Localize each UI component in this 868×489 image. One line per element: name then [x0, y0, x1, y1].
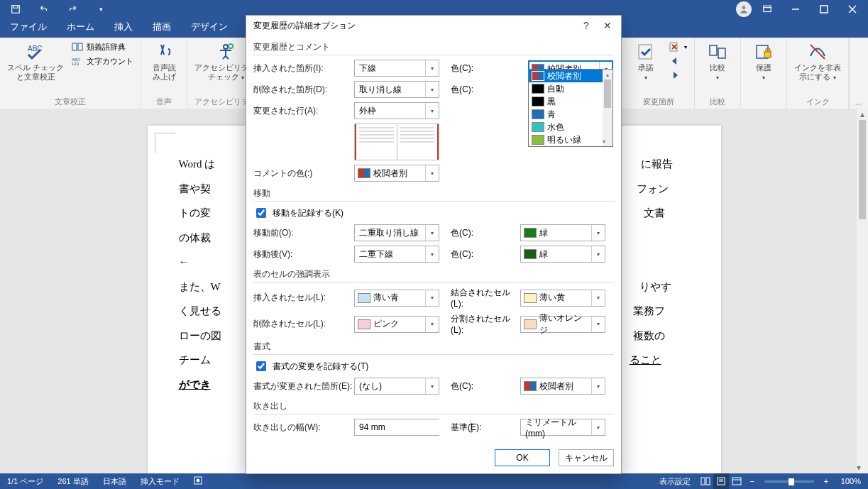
chevron-down-icon: ▾: [716, 75, 719, 81]
deleted-cells-label: 削除されたセル(L):: [253, 318, 354, 330]
svg-point-1: [742, 6, 746, 9]
formatting-label: 書式が変更された箇所(E):: [253, 380, 354, 392]
merged-cells-combo[interactable]: 薄い黄▾: [520, 290, 605, 307]
read-aloud-button[interactable]: 音声読 み上げ: [147, 40, 181, 83]
changed-lines-combo[interactable]: 外枠▾: [354, 102, 439, 119]
chevron-down-icon: ▾: [241, 75, 244, 81]
compare-button[interactable]: 比較▾: [701, 40, 735, 83]
scroll-down-button[interactable]: ▾: [857, 462, 861, 473]
window-maximize-button[interactable]: [811, 0, 837, 18]
split-cells-combo[interactable]: 薄いオレンジ▾: [520, 316, 605, 333]
next-change-button[interactable]: [667, 69, 688, 82]
svg-rect-17: [718, 48, 725, 58]
thesaurus-button[interactable]: 類義語辞典: [70, 40, 135, 53]
changed-lines-label: 変更された行(A):: [253, 105, 354, 117]
moved-to-color-combo[interactable]: 緑▾: [520, 246, 605, 263]
chevron-down-icon: ▾: [591, 317, 605, 332]
insertions-color-label: 色(C):: [451, 62, 520, 75]
changed-lines-preview: [354, 123, 439, 160]
user-avatar[interactable]: [736, 1, 752, 17]
track-formatting-checkbox[interactable]: 書式の変更を記録する(T): [253, 359, 614, 373]
insertions-color-dropdown[interactable]: 校閲者別 自動 黒 青 水色 明るい緑 ▴ ▾: [528, 69, 613, 147]
spelling-button[interactable]: ABC スペル チェック と文章校正: [6, 40, 65, 83]
tab-home[interactable]: ホーム: [57, 16, 104, 38]
dropdown-item-aqua[interactable]: 水色: [529, 121, 612, 133]
comment-color-combo[interactable]: 校閲者別▾: [354, 165, 439, 182]
dropdown-item-black[interactable]: 黒: [529, 95, 612, 108]
group-changes: 変更箇所: [629, 97, 688, 107]
undo-button[interactable]: [31, 0, 57, 18]
scroll-thumb[interactable]: [859, 120, 866, 219]
status-word-count[interactable]: 261 単語: [50, 476, 95, 487]
tab-insert[interactable]: 挿入: [104, 16, 143, 38]
status-macro-icon[interactable]: [187, 476, 209, 486]
deletions-combo[interactable]: 取り消し線▾: [354, 81, 439, 98]
svg-rect-4: [820, 6, 828, 13]
svg-rect-2: [764, 6, 771, 11]
cancel-button[interactable]: キャンセル: [559, 449, 614, 466]
chevron-down-icon: ▾: [591, 225, 605, 241]
formatting-combo[interactable]: (なし)▾: [354, 378, 439, 395]
moved-from-color-combo[interactable]: 緑▾: [520, 224, 605, 241]
dropdown-scrollbar[interactable]: ▴ ▾: [603, 70, 612, 146]
deleted-cells-combo[interactable]: ピンク▾: [354, 316, 439, 333]
section-moves: 移動: [253, 187, 614, 202]
dropdown-item-blue[interactable]: 青: [529, 108, 612, 121]
window-minimize-button[interactable]: [783, 0, 808, 18]
svg-rect-19: [764, 52, 771, 57]
balloon-width-spinner[interactable]: ▴▾: [354, 419, 439, 436]
moved-to-label: 移動後(V):: [253, 248, 354, 260]
accept-button[interactable]: 承諾▾: [629, 40, 663, 83]
inserted-cells-combo[interactable]: 薄い青▾: [354, 290, 439, 307]
insertions-label: 挿入された箇所(I):: [253, 62, 354, 75]
ok-button[interactable]: OK: [495, 449, 550, 466]
group-proofing: 文章校正: [6, 97, 135, 107]
tab-design[interactable]: デザイン: [181, 16, 238, 38]
view-read-mode[interactable]: [698, 473, 713, 489]
svg-rect-0: [12, 5, 20, 13]
view-web-layout[interactable]: [729, 473, 745, 489]
qat-customize-button[interactable]: ▾: [88, 0, 114, 18]
scroll-thumb[interactable]: [604, 79, 611, 108]
zoom-out-button[interactable]: −: [745, 473, 760, 489]
tab-draw[interactable]: 描画: [143, 16, 181, 38]
status-insert-mode[interactable]: 挿入モード: [133, 476, 187, 487]
dropdown-item-byreviewer[interactable]: 校閲者別: [529, 70, 612, 82]
dropdown-item-bright-green[interactable]: 明るい緑: [529, 133, 612, 146]
dropdown-item-auto[interactable]: 自動: [529, 82, 612, 95]
status-page[interactable]: 1/1 ページ: [0, 476, 50, 487]
zoom-in-button[interactable]: +: [818, 473, 834, 489]
hide-ink-button[interactable]: インクを非表 示にする ▾: [793, 40, 842, 83]
redo-button[interactable]: [60, 0, 85, 18]
previous-change-button[interactable]: [667, 55, 688, 67]
chevron-down-icon: ▾: [644, 75, 647, 81]
vertical-scrollbar[interactable]: ▴ ▾: [857, 109, 868, 473]
autosave-icon[interactable]: [3, 0, 28, 18]
view-print-layout[interactable]: [713, 473, 729, 489]
chevron-down-icon: ▾: [425, 290, 439, 306]
dialog-help-button[interactable]: ?: [576, 16, 597, 35]
chevron-down-icon: ▾: [425, 317, 439, 332]
zoom-level[interactable]: 100%: [834, 477, 868, 485]
moved-to-combo[interactable]: 二重下線▾: [354, 246, 439, 263]
measure-in-combo[interactable]: ミリメートル (mm)▾: [520, 419, 605, 436]
scroll-down-button[interactable]: ▾: [603, 136, 605, 146]
track-moves-checkbox[interactable]: 移動を記録する(K): [253, 206, 614, 220]
reject-button[interactable]: ▾: [667, 40, 688, 53]
word-count-button[interactable]: ABC123文字カウント: [70, 55, 135, 67]
svg-rect-9: [78, 43, 82, 50]
insertions-combo[interactable]: 下線▾: [354, 60, 439, 77]
collapse-ribbon-button[interactable]: ︿: [849, 38, 868, 109]
formatting-color-combo[interactable]: 校閲者別▾: [520, 378, 605, 395]
dialog-close-button[interactable]: ✕: [597, 16, 618, 35]
ribbon-display-button[interactable]: [754, 0, 780, 18]
zoom-slider[interactable]: [764, 480, 814, 483]
window-close-button[interactable]: [840, 0, 865, 18]
scroll-up-button[interactable]: ▴: [603, 70, 612, 79]
protect-button[interactable]: 保護▾: [747, 40, 781, 83]
moved-from-combo[interactable]: 二重取り消し線▾: [354, 224, 439, 241]
status-display-settings[interactable]: 表示設定: [652, 476, 698, 487]
scroll-up-button[interactable]: ▴: [857, 109, 868, 120]
status-language[interactable]: 日本語: [96, 476, 133, 487]
tab-file[interactable]: ファイル: [0, 16, 57, 38]
